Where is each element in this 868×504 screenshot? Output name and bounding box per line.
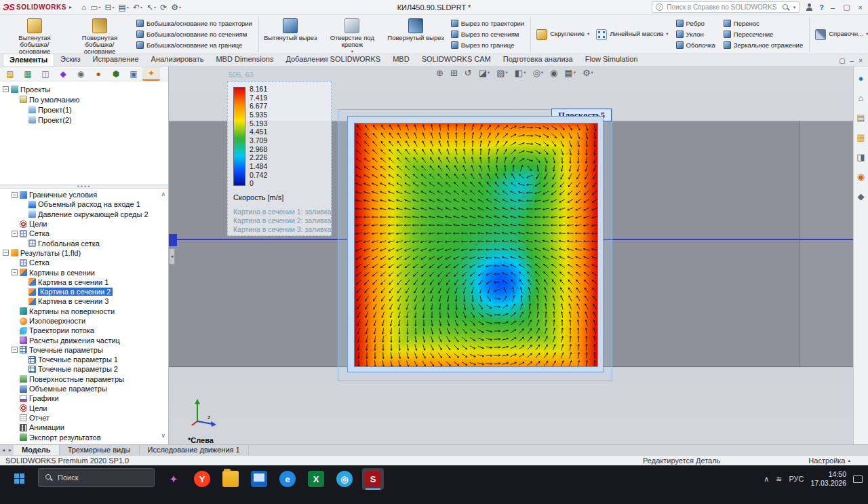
section-plane-handle[interactable]	[169, 234, 177, 246]
tab-3d-views[interactable]: Трехмерные виды	[60, 445, 140, 455]
undo-button[interactable]: ↶ ▾	[132, 3, 144, 12]
search-dropdown-caret[interactable]: ▾	[793, 5, 796, 10]
tree-scroll-up-icon[interactable]: ∧	[161, 191, 165, 197]
tree-item[interactable]: Траектории потока	[0, 326, 168, 335]
expander-icon[interactable]	[12, 405, 18, 411]
print-button[interactable]: ▤ ▾	[117, 3, 130, 12]
fillet-button[interactable]: Скругление▾	[533, 29, 593, 40]
tree-item[interactable]: − Результаты (1.fld)	[0, 248, 168, 258]
view-palette-icon[interactable]: ◨	[855, 151, 867, 163]
doc-close-icon[interactable]: ×	[859, 57, 863, 64]
expander-icon[interactable]: −	[12, 269, 18, 275]
propertymanager-tab-icon[interactable]: ▦	[19, 67, 37, 81]
ribbon-item[interactable]: Вырез по траектории	[449, 18, 526, 28]
tree-item[interactable]: Картины на поверхности	[0, 307, 168, 316]
design-library-icon[interactable]: ▤	[855, 111, 867, 123]
ribbon-item[interactable]: Зеркальное отражение	[722, 40, 805, 50]
tab-features[interactable]: Элементы	[3, 54, 54, 66]
expander-icon[interactable]	[12, 386, 18, 392]
tab-model[interactable]: Модель	[14, 445, 60, 455]
flow-tree-tab-icon[interactable]: ▣	[125, 67, 142, 81]
pane-flyout-arrow[interactable]: ◂	[169, 248, 175, 265]
taskbar-clock[interactable]: 14:50 17.03.2026	[810, 470, 846, 488]
expander-icon[interactable]	[20, 289, 26, 295]
home-button[interactable]: ⌂ ▾	[80, 3, 87, 12]
tree-item[interactable]: Изоповерхности	[0, 316, 168, 326]
close-button[interactable]: ×	[857, 3, 864, 12]
expander-icon[interactable]	[12, 96, 18, 102]
expander-icon[interactable]	[20, 357, 26, 363]
reference-geometry-button[interactable]: Справочн...▾	[812, 29, 868, 40]
flow-simulation-tab-icon[interactable]: ✦	[142, 67, 160, 81]
tree-item[interactable]: По умолчанию	[0, 94, 168, 104]
ribbon-item[interactable]: Вырез по сечениям	[449, 29, 526, 39]
ribbon-item[interactable]: Вырез по границе	[449, 40, 526, 50]
3dexperience-icon[interactable]: ●	[855, 72, 867, 84]
tab-motion-study-1[interactable]: Исследование движения 1	[140, 445, 249, 455]
tree-item[interactable]: Картина в сечении 3	[0, 296, 168, 306]
save-button[interactable]: ⊟ ▾	[104, 3, 116, 12]
folder-icon[interactable]	[220, 468, 241, 490]
display-style-icon[interactable]: ◧ ▾	[513, 68, 528, 78]
expander-icon[interactable]	[12, 395, 18, 402]
open-file-button[interactable]: ▭ ▾	[89, 3, 102, 12]
tray-expand-icon[interactable]: ∧	[764, 475, 769, 484]
options-button[interactable]: ⚙ ▾	[170, 3, 182, 12]
resources-icon[interactable]: ⌂	[855, 92, 867, 104]
ribbon-item[interactable]: Пересечение	[722, 29, 805, 39]
tab-addins[interactable]: Добавления SOLIDWORKS	[279, 54, 387, 66]
expander-icon[interactable]	[12, 328, 18, 334]
view-settings-icon[interactable]: ⚙ ▾	[581, 68, 595, 78]
ribbon-item[interactable]: Ребро	[674, 18, 717, 28]
expander-icon[interactable]	[12, 260, 18, 266]
displaymanager-tab-icon[interactable]: ◉	[72, 67, 90, 81]
expander-icon[interactable]	[20, 240, 26, 246]
start-button[interactable]	[5, 468, 33, 488]
section-view-icon[interactable]: ◪ ▾	[477, 68, 492, 78]
tree-item[interactable]: Сетка	[0, 258, 168, 267]
taskbar-search-box[interactable]: Поиск	[38, 468, 155, 487]
ribbon-item[interactable]: Оболочка	[674, 40, 717, 50]
ribbon-item[interactable]: Перенос	[722, 18, 805, 28]
login-icon[interactable]	[805, 3, 814, 12]
messenger-icon[interactable]: ◎	[334, 468, 355, 490]
expander-icon[interactable]	[20, 117, 26, 123]
tree-item[interactable]: − Сетка	[0, 229, 168, 238]
tree-item[interactable]: Картина в сечении 1	[0, 277, 168, 287]
ribbon-item[interactable]: Бобышка/основание по траектории	[134, 18, 254, 28]
solidworks-icon[interactable]: S	[362, 468, 384, 490]
featuremanager-tab-icon[interactable]: ▤	[1, 67, 19, 81]
custom-properties-icon[interactable]: ◆	[855, 190, 867, 202]
help-search-box[interactable]: ? Поиск в Справке по SOLIDWORKS ▾	[652, 1, 800, 13]
edit-appearance-icon[interactable]: ◉ ▾	[549, 68, 559, 78]
cut-plot-frame[interactable]	[347, 116, 604, 372]
tree-item[interactable]: Объемный расход на входе 1	[0, 199, 168, 209]
rebuild-button[interactable]: ⟳ ▾	[159, 3, 168, 12]
file-explorer-icon[interactable]: ▦	[855, 131, 867, 143]
dimxpert-tab-icon[interactable]: ◆	[54, 67, 72, 81]
tree-item[interactable]: Картина в сечении 2	[0, 287, 168, 296]
zoom-area-icon[interactable]: ⊞ ▾	[449, 68, 459, 78]
cut-revolve-button[interactable]: Повернутый вырез	[384, 16, 446, 53]
expander-icon[interactable]	[20, 298, 26, 305]
doc-minimize-icon[interactable]: –	[850, 57, 854, 64]
tree-item[interactable]: Графики	[0, 393, 168, 403]
tree-item[interactable]: Проект(1)	[0, 104, 168, 115]
language-indicator[interactable]: РУС	[789, 475, 804, 483]
tree-item[interactable]: Экспорт результатов	[0, 432, 168, 442]
tree-item[interactable]: Цели	[0, 219, 168, 229]
expander-icon[interactable]	[12, 318, 18, 324]
expander-icon[interactable]	[12, 425, 18, 431]
expander-icon[interactable]	[12, 221, 18, 227]
previous-view-icon[interactable]: ↺ ▾	[463, 68, 473, 78]
expander-icon[interactable]: −	[12, 231, 18, 237]
tree-item[interactable]: Объемные параметры	[0, 384, 168, 393]
cam-tab-icon[interactable]: ●	[90, 67, 107, 81]
tree-item[interactable]: Давление окружающей среды 2	[0, 210, 168, 219]
zoom-fit-icon[interactable]: ⊕ ▾	[435, 68, 445, 78]
tab-analysis-preparation[interactable]: Подготовка анализа	[497, 54, 579, 66]
tree-item[interactable]: Глобальная сетка	[0, 238, 168, 248]
tree-item[interactable]: − Точечные параметры	[0, 345, 168, 355]
tab-solidworks-cam[interactable]: SOLIDWORKS CAM	[416, 54, 497, 66]
appearances-icon[interactable]: ◉	[855, 170, 867, 182]
